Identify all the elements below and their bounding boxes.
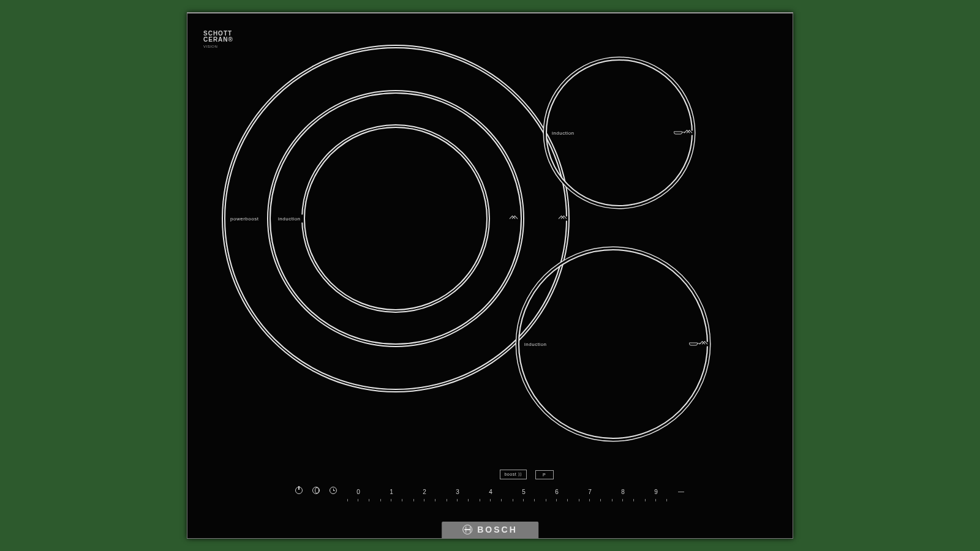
cooktop: SCHOTT CERAN® VISION powerboost inductio… bbox=[187, 12, 793, 539]
p-button[interactable]: P bbox=[535, 470, 554, 479]
control-panel: boost ⟩⟩ P 0 1 2 3 4 5 6 7 8 9 — bbox=[291, 470, 689, 495]
level-3[interactable]: 3 bbox=[442, 487, 473, 495]
bosch-logo-icon bbox=[462, 525, 472, 534]
zone-top-right-label: induction bbox=[549, 129, 577, 137]
brand-badge: BOSCH bbox=[442, 522, 538, 538]
boost-symbol: ⟩⟩ bbox=[518, 472, 522, 476]
globe-icon bbox=[312, 487, 320, 494]
zone-bottom-right: induction bbox=[518, 249, 708, 439]
zone-large-mid-chevron-icon bbox=[508, 217, 519, 221]
globe-button[interactable] bbox=[308, 487, 324, 495]
zone-bottom-right-symbol-icon bbox=[687, 342, 709, 347]
slider-row: 0 1 2 3 4 5 6 7 8 9 — bbox=[291, 487, 689, 495]
schott-ceran-logo: SCHOTT CERAN® VISION bbox=[203, 31, 233, 48]
zone-large-inner-label: induction bbox=[276, 215, 303, 223]
level-4[interactable]: 4 bbox=[475, 487, 507, 495]
level-9[interactable]: 9 bbox=[640, 487, 672, 495]
zone-large-outer-chevron-icon bbox=[557, 217, 568, 221]
level-7[interactable]: 7 bbox=[574, 487, 606, 495]
zone-large-outer-label: powerboost bbox=[228, 215, 261, 223]
brand-name: BOSCH bbox=[477, 525, 518, 534]
zone-large-inner-ring bbox=[304, 127, 488, 310]
zone-top-right-symbol-icon bbox=[671, 131, 694, 135]
schott-line2: CERAN® bbox=[203, 37, 233, 43]
p-label: P bbox=[543, 473, 546, 477]
level-5[interactable]: 5 bbox=[508, 487, 540, 495]
boost-button[interactable]: boost ⟩⟩ bbox=[500, 470, 526, 479]
level-6[interactable]: 6 bbox=[541, 487, 573, 495]
boost-label: boost bbox=[504, 472, 516, 476]
zone-bottom-right-label: induction bbox=[522, 340, 549, 348]
zone-large-left: powerboost induction bbox=[224, 47, 567, 390]
minus-icon: — bbox=[678, 488, 684, 495]
control-top-row: boost ⟩⟩ P bbox=[500, 470, 553, 479]
level-1[interactable]: 1 bbox=[375, 487, 407, 495]
timer-button[interactable] bbox=[325, 487, 341, 495]
minus-button[interactable]: — bbox=[673, 488, 689, 495]
level-0[interactable]: 0 bbox=[342, 487, 374, 495]
level-8[interactable]: 8 bbox=[607, 487, 639, 495]
power-icon bbox=[295, 487, 303, 494]
power-button[interactable] bbox=[291, 487, 307, 495]
level-2[interactable]: 2 bbox=[409, 487, 440, 495]
zone-top-right: induction bbox=[546, 59, 693, 206]
clock-icon bbox=[330, 487, 337, 494]
